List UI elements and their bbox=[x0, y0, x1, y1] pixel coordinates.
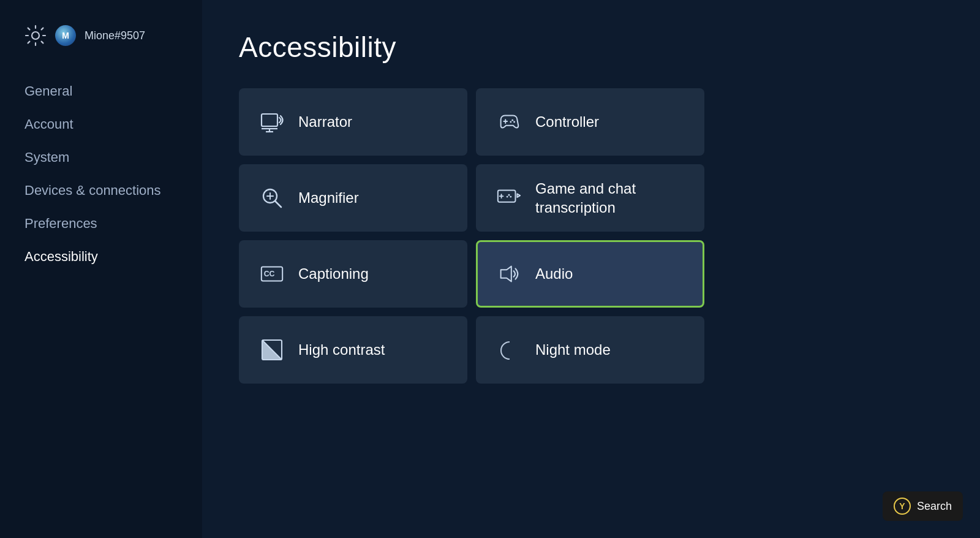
sidebar-header: M Mione#9507 bbox=[24, 25, 202, 47]
sidebar-item-account[interactable]: Account bbox=[24, 110, 202, 138]
game-chat-tile[interactable]: Game and chat transcription bbox=[476, 164, 704, 232]
magnifier-label: Magnifier bbox=[298, 188, 359, 207]
captioning-icon: CC bbox=[259, 261, 285, 287]
sidebar-item-preferences[interactable]: Preferences bbox=[24, 210, 202, 238]
sidebar-item-general[interactable]: General bbox=[24, 77, 202, 105]
high-contrast-tile[interactable]: High contrast bbox=[239, 316, 467, 384]
narrator-label: Narrator bbox=[298, 112, 352, 131]
magnifier-icon bbox=[259, 185, 285, 211]
narrator-icon bbox=[259, 109, 285, 135]
narrator-tile[interactable]: Narrator bbox=[239, 88, 467, 156]
accessibility-grid: Narrator Controller bbox=[239, 88, 704, 384]
controller-tile[interactable]: Controller bbox=[476, 88, 704, 156]
search-badge[interactable]: Y Search bbox=[883, 491, 963, 521]
sidebar-item-devices[interactable]: Devices & connections bbox=[24, 176, 202, 205]
audio-icon bbox=[496, 261, 522, 287]
high-contrast-icon bbox=[259, 337, 285, 363]
night-mode-tile[interactable]: Night mode bbox=[476, 316, 704, 384]
svg-point-7 bbox=[513, 121, 515, 123]
night-mode-icon bbox=[496, 337, 522, 363]
svg-text:CC: CC bbox=[264, 270, 275, 278]
page-title: Accessibility bbox=[239, 31, 943, 64]
svg-rect-0 bbox=[262, 114, 277, 126]
gear-icon bbox=[24, 25, 47, 47]
svg-point-8 bbox=[510, 121, 511, 123]
svg-marker-21 bbox=[501, 267, 511, 282]
captioning-tile[interactable]: CC Captioning bbox=[239, 240, 467, 308]
controller-label: Controller bbox=[535, 112, 599, 131]
svg-point-18 bbox=[507, 196, 508, 198]
sidebar: M Mione#9507 General Account System Devi… bbox=[0, 0, 202, 538]
svg-point-6 bbox=[511, 119, 513, 121]
svg-point-17 bbox=[510, 196, 511, 198]
audio-label: Audio bbox=[535, 264, 573, 283]
game-chat-label: Game and chat transcription bbox=[535, 179, 684, 217]
magnifier-tile[interactable]: Magnifier bbox=[239, 164, 467, 232]
main-content: Accessibility Narrator bbox=[202, 0, 980, 538]
svg-line-10 bbox=[275, 201, 281, 207]
sidebar-username: Mione#9507 bbox=[85, 29, 145, 42]
avatar: M bbox=[55, 25, 76, 46]
controller-icon bbox=[496, 109, 522, 135]
audio-tile[interactable]: Audio bbox=[476, 240, 704, 308]
svg-point-16 bbox=[508, 194, 510, 196]
sidebar-item-accessibility[interactable]: Accessibility bbox=[24, 243, 202, 271]
sidebar-nav: General Account System Devices & connect… bbox=[24, 77, 202, 271]
game-chat-icon bbox=[496, 185, 522, 211]
high-contrast-label: High contrast bbox=[298, 340, 385, 359]
sidebar-item-system[interactable]: System bbox=[24, 143, 202, 172]
night-mode-label: Night mode bbox=[535, 340, 611, 359]
y-button-icon: Y bbox=[894, 498, 911, 515]
captioning-label: Captioning bbox=[298, 264, 369, 283]
search-label: Search bbox=[917, 500, 952, 513]
